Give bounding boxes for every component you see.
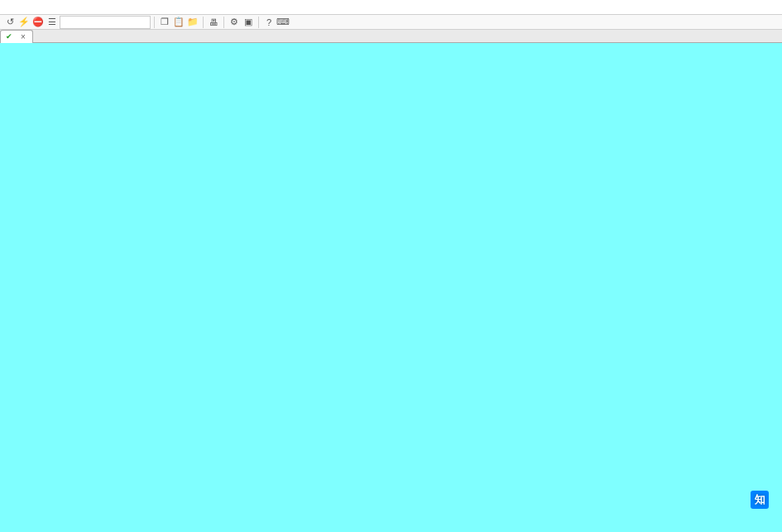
- keys-icon[interactable]: ⌨: [276, 16, 290, 29]
- print-icon[interactable]: 🖶: [207, 16, 220, 29]
- separator: [258, 17, 259, 28]
- separator: [203, 17, 204, 28]
- reconnect-icon[interactable]: ↺: [3, 16, 17, 29]
- host-input[interactable]: [60, 16, 151, 29]
- separator: [154, 17, 155, 28]
- terminal[interactable]: [0, 43, 782, 532]
- sessions-icon[interactable]: ▣: [242, 16, 255, 29]
- close-tab-icon[interactable]: ×: [19, 32, 27, 41]
- folder-icon[interactable]: 📁: [186, 16, 199, 29]
- copy-icon[interactable]: ❐: [158, 16, 171, 29]
- settings-icon[interactable]: ⚙: [228, 16, 241, 29]
- list-icon[interactable]: ☰: [46, 16, 59, 29]
- tabbar: ✔ ×: [0, 30, 782, 43]
- session-tab[interactable]: ✔ ×: [0, 30, 33, 43]
- connected-icon: ✔: [6, 32, 12, 41]
- toolbar: ↺ ⚡ ⛔ ☰ ❐ 📋 📁 🖶 ⚙ ▣ ? ⌨: [0, 15, 782, 30]
- disconnect-icon[interactable]: ⛔: [31, 16, 45, 29]
- lightning-icon[interactable]: ⚡: [17, 16, 31, 29]
- help-icon[interactable]: ?: [262, 16, 276, 29]
- paste-icon[interactable]: 📋: [172, 16, 185, 29]
- menubar: [0, 0, 782, 15]
- separator: [223, 17, 224, 28]
